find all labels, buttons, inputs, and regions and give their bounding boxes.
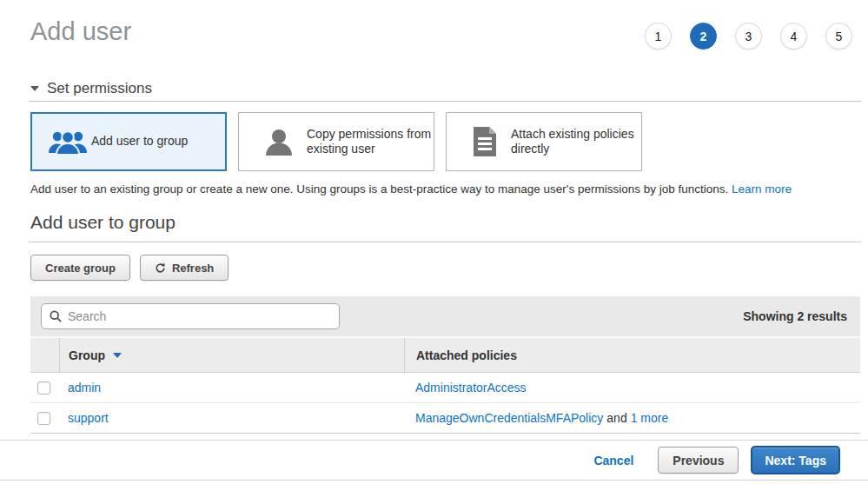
previous-button[interactable]: Previous — [658, 447, 739, 474]
page-title: Add user — [30, 17, 131, 46]
collapse-caret-icon — [30, 86, 39, 91]
row-checkbox[interactable] — [37, 381, 50, 394]
select-all-column — [30, 338, 59, 372]
step-1[interactable]: 1 — [645, 23, 672, 50]
policy-document-icon — [471, 126, 499, 157]
group-column-label: Group — [69, 348, 105, 362]
group-section-heading: Add user to group — [30, 212, 176, 233]
group-link[interactable]: admin — [68, 381, 101, 394]
refresh-label: Refresh — [172, 262, 214, 275]
refresh-icon — [155, 262, 166, 274]
groups-table: Showing 2 results Group Attached policie… — [30, 296, 860, 434]
refresh-button[interactable]: Refresh — [140, 255, 229, 281]
step-4[interactable]: 4 — [780, 23, 807, 50]
learn-more-link[interactable]: Learn more — [732, 182, 792, 196]
policy-joiner: and — [606, 411, 626, 425]
next-tags-button[interactable]: Next: Tags — [751, 446, 840, 474]
column-header-policies: Attached policies — [404, 338, 860, 372]
cancel-link[interactable]: Cancel — [593, 454, 633, 467]
more-policies-link[interactable]: 1 more — [631, 411, 669, 425]
results-count: Showing 2 results — [743, 309, 850, 323]
option-card-attach-policies[interactable]: Attach existing policies directly — [446, 112, 642, 171]
policy-link[interactable]: AdministratorAccess — [415, 381, 527, 394]
set-permissions-label: Set permissions — [47, 80, 152, 97]
option-card-copy-permissions[interactable]: Copy permissions from existing user — [238, 112, 434, 171]
group-toolbar: Create group Refresh — [30, 255, 229, 281]
user-icon — [263, 127, 295, 156]
row-checkbox[interactable] — [37, 412, 50, 425]
table-row-support: support ManageOwnCredentialsMFAPolicy an… — [30, 403, 860, 434]
column-header-group[interactable]: Group — [59, 338, 404, 372]
wizard-footer: Cancel Previous Next: Tags — [0, 440, 868, 480]
add-user-wizard-page: Add user 1 2 3 4 5 Set permissions — [0, 0, 868, 484]
description-text: Add user to an existing group or create … — [30, 182, 728, 196]
set-permissions-header[interactable]: Set permissions — [30, 80, 152, 97]
step-2-active[interactable]: 2 — [690, 23, 717, 50]
create-group-button[interactable]: Create group — [30, 255, 130, 281]
policies-column-label: Attached policies — [416, 348, 517, 362]
step-3[interactable]: 3 — [735, 23, 762, 50]
step-5[interactable]: 5 — [825, 23, 852, 50]
option-card-label: Copy permissions from existing user — [307, 127, 434, 157]
search-icon — [50, 310, 62, 322]
create-group-label: Create group — [45, 262, 116, 275]
permission-option-cards: Add user to group Copy permissions from … — [30, 112, 642, 171]
table-row-admin: admin AdministratorAccess — [30, 373, 860, 403]
section-description: Add user to an existing group or create … — [30, 182, 792, 196]
table-search-row: Showing 2 results — [30, 296, 860, 336]
divider — [29, 242, 861, 242]
divider — [0, 480, 868, 481]
search-input[interactable] — [68, 309, 331, 323]
table-header-row: Group Attached policies — [30, 336, 860, 373]
option-card-add-user-to-group[interactable]: Add user to group — [30, 112, 227, 171]
option-card-label: Add user to group — [91, 134, 188, 149]
next-tags-label: Next: Tags — [765, 454, 826, 467]
group-link[interactable]: support — [68, 411, 109, 425]
option-card-label: Attach existing policies directly — [511, 127, 641, 157]
user-group-icon — [48, 128, 88, 156]
policy-link[interactable]: ManageOwnCredentialsMFAPolicy — [415, 411, 603, 425]
previous-label: Previous — [673, 454, 724, 467]
wizard-step-indicator: 1 2 3 4 5 — [645, 23, 852, 50]
search-box[interactable] — [41, 303, 340, 329]
divider — [29, 101, 861, 102]
sort-descending-icon[interactable] — [113, 353, 122, 358]
